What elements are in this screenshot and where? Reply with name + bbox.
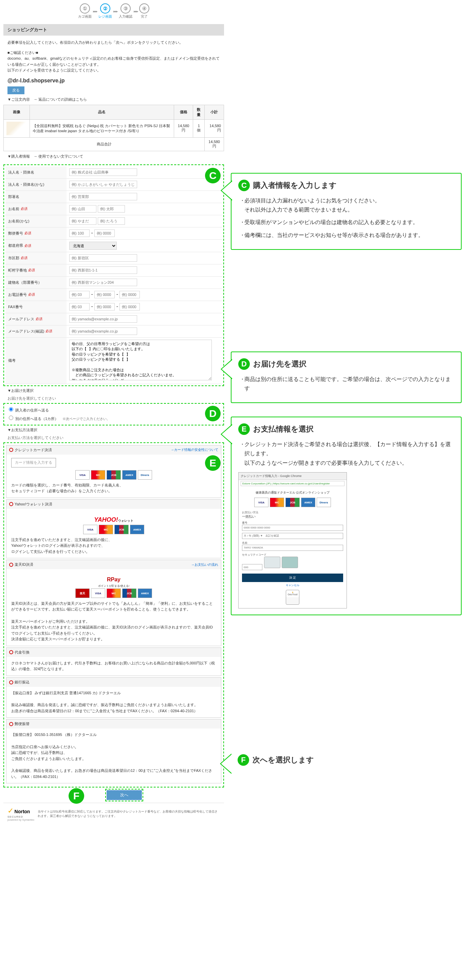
- badge-c-anno: C: [238, 180, 250, 191]
- pay-credit-radio[interactable]: クレジットカード決済: [9, 447, 52, 453]
- mock-cardnum-field[interactable]: [242, 525, 343, 531]
- norton-logo: Norton: [14, 809, 30, 814]
- step-2: ②レジ画面: [98, 3, 112, 19]
- city-field[interactable]: [69, 254, 137, 262]
- note-field[interactable]: 母の日、父の日専用ラッピングをご希望の方は 以下の【 】内に〇印をお願いいたしま…: [69, 340, 212, 380]
- col-image: 画像: [4, 105, 30, 119]
- mock-cancel-link[interactable]: キャンセル: [242, 583, 343, 587]
- badge-d: D: [205, 406, 221, 422]
- email-field[interactable]: [69, 315, 137, 323]
- arrow-icon: ▸▸▸: [113, 9, 117, 14]
- lastname-field[interactable]: [69, 205, 96, 213]
- bank-account: 【振込口座】 みずほ銀行足利支店 普通1471665 カ) ドクターエル: [11, 690, 216, 696]
- browser-mockup: クレジットカード情報入力 - Google Chrome Estore Corp…: [238, 472, 347, 609]
- delivery-radio-other[interactable]: [9, 415, 13, 420]
- radio-icon: [9, 680, 13, 684]
- pay-yahoo-radio[interactable]: Yahoo!ウォレット決済: [9, 502, 52, 507]
- card-input-button[interactable]: カード情報を入力する: [11, 458, 56, 468]
- rakuten-icon: 楽天: [75, 589, 89, 598]
- delivery-note: ※次ページでご入力ください。: [62, 417, 110, 421]
- rakuten-flow-link[interactable]: →お支払いの流れ: [191, 562, 218, 567]
- jcb-icon: JCB: [286, 498, 300, 507]
- badge-f: F: [69, 788, 84, 804]
- pay-bank: 銀行振込 【振込口座】 みずほ銀行足利支店 普通1471665 カ) ドクターエ…: [6, 677, 221, 718]
- delivery-radio-buyer[interactable]: [9, 407, 13, 412]
- col-price: 価格: [174, 105, 193, 119]
- order-table: 画像 品名 価格 数量 小計 【全国送料無料】安眠枕 ねるぐ (Nelgu) 枕…: [3, 105, 224, 151]
- label-email: メールアドレス必須: [5, 313, 67, 325]
- badge-c: C: [205, 168, 221, 183]
- company-kana-field[interactable]: [69, 181, 137, 188]
- back-button[interactable]: 戻る: [8, 86, 24, 94]
- card-security-link[interactable]: →カード情報の安全性について: [171, 447, 218, 452]
- fax2-field[interactable]: [94, 303, 115, 310]
- pay-cod-radio[interactable]: 代金引換: [9, 650, 30, 655]
- buyer-form: C 法人名・団体名 法人名・団体名(かな) 部署名 お名前必須 お名前(かな) …: [3, 164, 224, 386]
- product-subtotal: 14,580円: [205, 119, 224, 137]
- zip2-field[interactable]: [94, 229, 115, 237]
- step-3: ③入力確認: [119, 3, 133, 19]
- lastname-kana-field[interactable]: [69, 217, 96, 225]
- tel3-field[interactable]: [120, 291, 140, 298]
- col-name: 品名: [30, 105, 174, 119]
- mock-name-field[interactable]: [242, 545, 343, 551]
- radio-icon: [9, 722, 13, 726]
- town-field[interactable]: [69, 266, 137, 274]
- mastercard-icon: MC: [107, 589, 121, 598]
- arrow-icon: ▸▸▸: [93, 9, 97, 14]
- building-field[interactable]: [69, 278, 137, 286]
- pay-bank-radio[interactable]: 銀行振込: [9, 680, 30, 685]
- radio-icon: [9, 502, 13, 506]
- jcb-icon: JCB: [107, 470, 121, 480]
- dept-field[interactable]: [69, 193, 137, 200]
- product-name: 【全国送料無料】安眠枕 ねるぐ (Nelgu) 枕 カバーセット 新色モカ PS…: [30, 119, 174, 137]
- pref-select[interactable]: 北海道: [69, 242, 117, 250]
- radio-icon: [9, 650, 13, 654]
- fax1-field[interactable]: [69, 303, 89, 310]
- order-section-link[interactable]: ▼ご注文内容 → 返品についての詳細はこちら: [3, 94, 224, 105]
- pay-postal-radio[interactable]: 郵便振替: [9, 721, 30, 727]
- arrow-icon: ▸▸▸: [134, 9, 138, 14]
- label-note: 備考: [5, 337, 67, 384]
- buyer-section-link[interactable]: ▼購入者情報 → 使用できない文字について: [3, 151, 224, 162]
- firstname-field[interactable]: [98, 205, 125, 213]
- amex-icon: AMEX: [130, 525, 144, 534]
- firstname-kana-field[interactable]: [98, 217, 125, 225]
- delivery-opt1: 購入者の住所へ送る: [15, 408, 49, 412]
- company-field[interactable]: [69, 169, 137, 176]
- next-button[interactable]: 次へ: [107, 790, 142, 800]
- mock-shop-name: 健康器具の通販ドクターエル 公式オンラインショップ: [242, 490, 343, 495]
- badge-e-anno: E: [238, 423, 250, 435]
- tel2-field[interactable]: [94, 291, 115, 298]
- radio-icon: [9, 448, 13, 452]
- email-confirm-field[interactable]: [69, 328, 137, 335]
- delivery-sub: お届け先を選択してください: [3, 394, 224, 402]
- label-town: 町村字番地必須: [5, 264, 67, 276]
- fax3-field[interactable]: [120, 303, 140, 310]
- col-subtotal: 小計: [205, 105, 224, 119]
- jcb-icon: JCB: [122, 589, 136, 598]
- pay-rakuten: 楽天ID決済→お支払いの流れ RPay ポイントが貯まる!使える! 楽天VISA…: [6, 560, 221, 646]
- mock-cvv-field[interactable]: [242, 564, 262, 570]
- card-back-icon: [282, 557, 298, 568]
- delivery-header: ▼お届け先選択: [3, 386, 224, 394]
- payment-header: ▼お支払方法選択: [3, 425, 224, 433]
- label-dept: 部署名: [5, 191, 67, 203]
- tel1-field[interactable]: [69, 291, 89, 298]
- total-row: 商品合計 14,580円: [4, 137, 224, 151]
- mock-expiry-field[interactable]: [242, 533, 343, 539]
- mastercard-icon: MC: [91, 470, 105, 480]
- badge-d-anno: D: [238, 358, 250, 370]
- label-name: お名前必須: [5, 203, 67, 215]
- card-brands: VISAMCJCBAMEXDiners: [11, 470, 216, 480]
- rpay-logo-icon: RPay: [11, 575, 216, 584]
- zip1-field[interactable]: [69, 229, 89, 237]
- mock-submit-button[interactable]: 決 定: [242, 574, 343, 582]
- label-bldg: 建物名（部屋番号）: [5, 277, 67, 288]
- cart-header: ショッピングカート: [3, 24, 224, 36]
- payment-sub: お支払い方法を選択してください: [3, 433, 224, 441]
- card-front-icon: [264, 557, 280, 568]
- product-qty: 1個: [193, 119, 205, 137]
- product-price: 14,580円: [174, 119, 193, 137]
- pay-rakuten-radio[interactable]: 楽天ID決済: [9, 562, 33, 567]
